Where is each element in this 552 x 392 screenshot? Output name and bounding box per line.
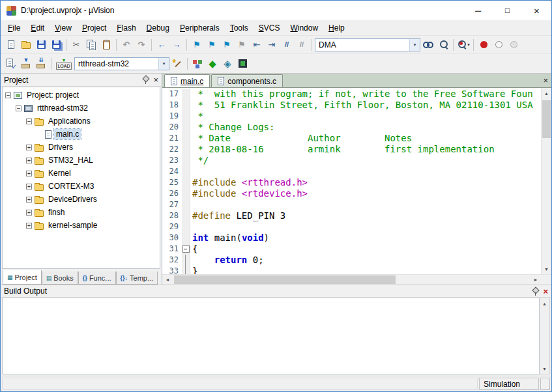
scroll-right-button[interactable]: ► — [530, 275, 541, 285]
scroll-down-button[interactable]: ▼ — [542, 264, 551, 274]
unindent-button[interactable]: ⇤ — [250, 38, 264, 52]
scroll-down-button[interactable]: ▼ — [540, 363, 549, 374]
translate-button[interactable]: ✓ — [4, 57, 18, 71]
menu-item-view[interactable]: View — [50, 21, 77, 35]
expand-icon[interactable]: + — [26, 171, 32, 176]
editor-tab-components-c[interactable]: components.c — [211, 74, 283, 87]
new-file-button[interactable] — [4, 38, 18, 52]
scroll-track[interactable] — [173, 275, 530, 285]
menu-item-edit[interactable]: Edit — [25, 21, 50, 35]
cut-button[interactable]: ✂ — [69, 38, 83, 52]
panel-tab-temp[interactable]: {}↓Temp... — [116, 272, 158, 285]
build-output-close-icon[interactable]: × — [543, 287, 548, 296]
rebuild-button[interactable]: ⇊ — [34, 57, 48, 71]
manage-project-items-button[interactable] — [190, 57, 205, 71]
collapse-icon[interactable]: − — [5, 92, 11, 98]
find-in-files-button[interactable] — [421, 38, 435, 52]
find-combo-dropdown[interactable]: ▾ — [409, 39, 420, 51]
tree-item-rtthread-stm32[interactable]: −rtthread-stm32 — [3, 102, 160, 115]
editor-close-icon[interactable]: × — [543, 76, 548, 85]
expand-icon[interactable]: + — [26, 184, 32, 189]
scroll-up-button[interactable]: ▲ — [540, 298, 549, 309]
panel-tab-books[interactable]: ▤Books — [42, 272, 78, 285]
menu-item-window[interactable]: Window — [285, 21, 323, 35]
tree-item-main-c[interactable]: main.c — [3, 128, 160, 141]
find-button[interactable] — [436, 38, 450, 52]
bookmark-clear-button[interactable]: ⚑ — [235, 38, 249, 52]
copy-button[interactable] — [84, 38, 98, 52]
menu-item-peripherals[interactable]: Peripherals — [175, 21, 225, 35]
comment-button[interactable]: // — [280, 38, 294, 52]
undo-button[interactable]: ↶ — [119, 38, 134, 52]
code-lines[interactable]: 17 * with this program; if not, write to… — [162, 88, 541, 274]
expand-icon[interactable]: + — [26, 210, 32, 216]
save-button[interactable] — [34, 38, 48, 52]
bookmark-toggle-button[interactable]: ⚑ — [190, 38, 204, 52]
menu-item-help[interactable]: Help — [323, 21, 350, 35]
navigate-forward-button[interactable]: → — [169, 38, 184, 52]
paste-button[interactable] — [99, 38, 113, 52]
options-for-target-button[interactable]: * — [170, 57, 184, 71]
bookmark-prev-button[interactable]: ⚑ — [205, 38, 219, 52]
navigate-back-button[interactable]: ← — [154, 38, 169, 52]
indent-button[interactable]: ⇥ — [265, 38, 279, 52]
scroll-thumb[interactable] — [542, 100, 551, 138]
debug-find-button[interactable]: ▾ — [456, 38, 471, 52]
scroll-up-button[interactable]: ▲ — [542, 88, 551, 98]
build-button[interactable]: ▼ — [19, 57, 33, 71]
menu-item-tools[interactable]: Tools — [225, 21, 254, 35]
panel-close-icon[interactable]: × — [153, 76, 158, 84]
bookmark-next-button[interactable]: ⚑ — [220, 38, 234, 52]
tree-item-stm32-hal[interactable]: +STM32_HAL — [3, 154, 160, 167]
kill-breakpoints-button[interactable] — [506, 38, 521, 52]
expand-icon[interactable]: + — [26, 145, 32, 150]
fold-collapse-icon[interactable] — [182, 244, 190, 255]
pin-icon[interactable] — [530, 287, 539, 296]
editor-tab-main-c[interactable]: main.c — [164, 74, 210, 87]
tree-item-finsh[interactable]: +finsh — [3, 206, 160, 219]
minimize-button[interactable]: ─ — [463, 1, 493, 20]
expand-icon[interactable]: + — [26, 197, 32, 203]
tree-item-kernel-sample[interactable]: +kernel-sample — [3, 219, 160, 232]
target-select-combo[interactable]: rtthread-stm32 ▾ — [74, 57, 169, 70]
editor-vertical-scrollbar[interactable]: ▲ ▼ — [541, 88, 551, 274]
scroll-track[interactable] — [540, 309, 549, 363]
menu-item-debug[interactable]: Debug — [141, 21, 175, 35]
build-output-scrollbar[interactable]: ▲ ▼ — [540, 298, 550, 374]
tree-item-cortex-m3[interactable]: +CORTEX-M3 — [3, 180, 160, 193]
select-software-packs-button[interactable]: ◈ — [220, 57, 235, 71]
scroll-thumb[interactable] — [174, 275, 396, 284]
pack-installer-button[interactable] — [235, 57, 250, 71]
flash-download-button[interactable]: ▼ LOAD — [54, 56, 74, 72]
menu-item-flash[interactable]: Flash — [111, 21, 141, 35]
manage-rte-button[interactable]: ◆ — [205, 57, 220, 71]
tree-item-applications[interactable]: −Applications — [3, 115, 160, 128]
target-combo-dropdown[interactable]: ▾ — [158, 58, 169, 70]
save-all-button[interactable] — [49, 38, 63, 52]
uncomment-button[interactable]: // — [295, 38, 309, 52]
panel-tab-func[interactable]: {}Func... — [78, 272, 116, 285]
maximize-button[interactable]: □ — [493, 1, 522, 20]
scroll-left-button[interactable]: ◄ — [162, 275, 173, 285]
tree-item-drivers[interactable]: +Drivers — [3, 141, 160, 154]
expand-icon[interactable]: + — [26, 223, 32, 229]
build-output-content[interactable] — [2, 298, 540, 374]
panel-tab-project[interactable]: ▦Project — [3, 270, 42, 285]
disable-breakpoint-button[interactable] — [491, 38, 506, 52]
tree-item-devicedrivers[interactable]: +DeviceDrivers — [3, 193, 160, 206]
tree-item-kernel[interactable]: +Kernel — [3, 167, 160, 180]
editor-horizontal-scrollbar[interactable]: ◄ ► — [162, 274, 551, 285]
tree-item-project-project[interactable]: −Project: project — [3, 89, 160, 102]
find-combo[interactable]: DMA ▾ — [315, 38, 420, 51]
collapse-icon[interactable]: − — [16, 105, 22, 111]
expand-icon[interactable]: + — [26, 158, 32, 163]
collapse-icon[interactable]: − — [26, 119, 32, 124]
redo-button[interactable]: ↷ — [134, 38, 149, 52]
scroll-track[interactable] — [542, 98, 551, 264]
close-button[interactable]: × — [522, 1, 551, 20]
pin-icon[interactable] — [141, 76, 149, 84]
project-tree[interactable]: −Project: project−rtthread-stm32−Applica… — [2, 87, 160, 269]
menu-item-file[interactable]: File — [3, 21, 25, 35]
menu-item-svcs[interactable]: SVCS — [254, 21, 285, 35]
menu-item-project[interactable]: Project — [77, 21, 111, 35]
